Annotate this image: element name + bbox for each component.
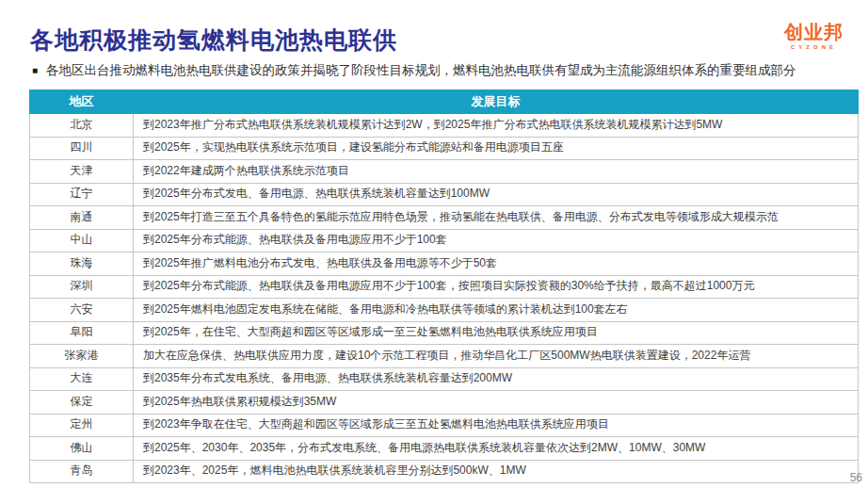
table-header-row: 地区 发展目标 <box>30 90 859 114</box>
table-row: 六安到2025年燃料电池固定发电系统在储能、备用电源和冷热电联供等领域的累计装机… <box>30 299 859 322</box>
page-title: 各地积极推动氢燃料电池热电联供 <box>30 24 397 56</box>
table-row: 保定到2025年热电联供累积规模达到35MW <box>30 391 859 415</box>
policy-table: 地区 发展目标 北京到2023年推广分布式热电联供系统装机规模累计达到2W，到2… <box>29 89 859 483</box>
table-row: 南通到2025年打造三至五个具备特色的氢能示范应用特色场景，推动氢能在热电联供、… <box>30 206 859 230</box>
summary-bullet: ■ 各地区出台推动燃料电池热电联供建设的政策并揭晓了阶段性目标规划，燃料电池热电… <box>32 62 849 79</box>
table-row: 深圳到2025年分布式能源、热电联供及备用电源应用不少于100套，按照项目实际投… <box>30 275 859 299</box>
region-cell: 珠海 <box>30 252 134 276</box>
table-row: 四川到2025年，实现热电联供系统示范项目，建设氢能分布式能源站和备用电源项目五… <box>30 137 859 160</box>
goal-cell: 到2025年燃料电池固定发电系统在储能、备用电源和冷热电联供等领域的累计装机达到… <box>134 299 859 322</box>
region-cell: 保定 <box>30 391 134 415</box>
goal-cell: 加大在应急保供、热电联供应用力度，建设10个示范工程项目，推动华昌化工厂区500… <box>134 345 859 368</box>
region-cell: 定州 <box>30 414 134 437</box>
region-cell: 青岛 <box>30 460 134 483</box>
region-cell: 阜阳 <box>30 321 134 345</box>
region-cell: 六安 <box>30 299 134 322</box>
region-cell: 佛山 <box>30 437 134 461</box>
goal-cell: 到2025年分布式发电、备用电源、热电联供系统装机容量达到100MW <box>134 183 859 206</box>
table-row: 阜阳到2025年，在住宅、大型商超和园区等区域形成一至三处氢燃料电池热电联供系统… <box>30 321 859 345</box>
table-row: 天津到2022年建成两个热电联供系统示范项目 <box>30 160 859 184</box>
table-row: 大连到2035年分布式发电系统、备用电源、热电联供系统装机容量达到200MW <box>30 367 859 391</box>
table-row: 青岛到2023年、2025年，燃料电池热电联供系统装机容里分别达到500kW、1… <box>30 460 859 483</box>
table-row: 张家港加大在应急保供、热电联供应用力度，建设10个示范工程项目，推动华昌化工厂区… <box>30 345 859 368</box>
table-row: 中山到2025年分布式能源、热电联供及备用电源应用不少于100套 <box>30 229 859 252</box>
region-cell: 辽宁 <box>30 183 134 206</box>
table-row: 辽宁到2025年分布式发电、备用电源、热电联供系统装机容量达到100MW <box>30 183 859 206</box>
goal-cell: 到2025年，实现热电联供系统示范项目，建设氢能分布式能源站和备用电源项目五座 <box>134 137 859 160</box>
goal-cell: 到2035年分布式发电系统、备用电源、热电联供系统装机容量达到200MW <box>134 367 859 391</box>
region-cell: 四川 <box>30 137 134 160</box>
header-region: 地区 <box>30 90 134 114</box>
table-body: 北京到2023年推广分布式热电联供系统装机规模累计达到2W，到2025年推广分布… <box>30 114 859 483</box>
page-number: 56 <box>850 471 862 484</box>
goal-cell: 到2025年热电联供累积规模达到35MW <box>134 391 859 415</box>
region-cell: 张家港 <box>30 345 134 368</box>
region-cell: 南通 <box>30 206 134 230</box>
table-row: 珠海到2025年推广燃料电池分布式发电、热电联供及备用电源等不少于50套 <box>30 252 859 276</box>
goal-cell: 到2025年分布式能源、热电联供及备用电源应用不少于100套，按照项目实际投资额… <box>134 275 859 299</box>
goal-cell: 到2025年打造三至五个具备特色的氢能示范应用特色场景，推动氢能在热电联供、备用… <box>134 206 859 230</box>
table-row: 佛山到2025年、2030年、2035年，分布式发电系统、备用电源热电联供系统装… <box>30 437 859 461</box>
logo-text-cn: 创业邦 <box>784 23 844 41</box>
goal-cell: 到2025年推广燃料电池分布式发电、热电联供及备用电源等不少于50套 <box>134 252 859 276</box>
region-cell: 中山 <box>30 229 134 252</box>
goal-cell: 到2025年分布式能源、热电联供及备用电源应用不少于100套 <box>134 229 859 252</box>
logo-text-en: CYZONE <box>784 44 844 50</box>
header-goal: 发展目标 <box>134 90 859 114</box>
region-cell: 深圳 <box>30 275 134 299</box>
goal-cell: 到2023年争取在住宅、大型商超和园区等区域形成三至五处氢燃料电池热电联供系统应… <box>134 414 859 437</box>
policy-table-container: 地区 发展目标 北京到2023年推广分布式热电联供系统装机规模累计达到2W，到2… <box>29 89 859 483</box>
goal-cell: 到2022年建成两个热电联供系统示范项目 <box>134 160 859 184</box>
region-cell: 大连 <box>30 367 134 391</box>
goal-cell: 到2023年、2025年，燃料电池热电联供系统装机容里分别达到500kW、1MW <box>134 460 859 483</box>
goal-cell: 到2025年，在住宅、大型商超和园区等区域形成一至三处氢燃料电池热电联供系统应用… <box>134 321 859 345</box>
region-cell: 北京 <box>30 114 134 138</box>
bullet-square-icon: ■ <box>32 66 38 75</box>
slide: 各地积极推动氢燃料电池热电联供 创业邦 CYZONE ■ 各地区出台推动燃料电池… <box>0 0 868 488</box>
region-cell: 天津 <box>30 160 134 184</box>
goal-cell: 到2025年、2030年、2035年，分布式发电系统、备用电源热电联供系统装机容… <box>134 437 859 461</box>
table-row: 北京到2023年推广分布式热电联供系统装机规模累计达到2W，到2025年推广分布… <box>30 114 859 138</box>
cyzone-logo: 创业邦 CYZONE <box>784 23 844 50</box>
goal-cell: 到2023年推广分布式热电联供系统装机规模累计达到2W，到2025年推广分布式热… <box>134 114 859 138</box>
summary-text: 各地区出台推动燃料电池热电联供建设的政策并揭晓了阶段性目标规划，燃料电池热电联供… <box>46 62 796 79</box>
table-row: 定州到2023年争取在住宅、大型商超和园区等区域形成三至五处氢燃料电池热电联供系… <box>30 414 859 437</box>
